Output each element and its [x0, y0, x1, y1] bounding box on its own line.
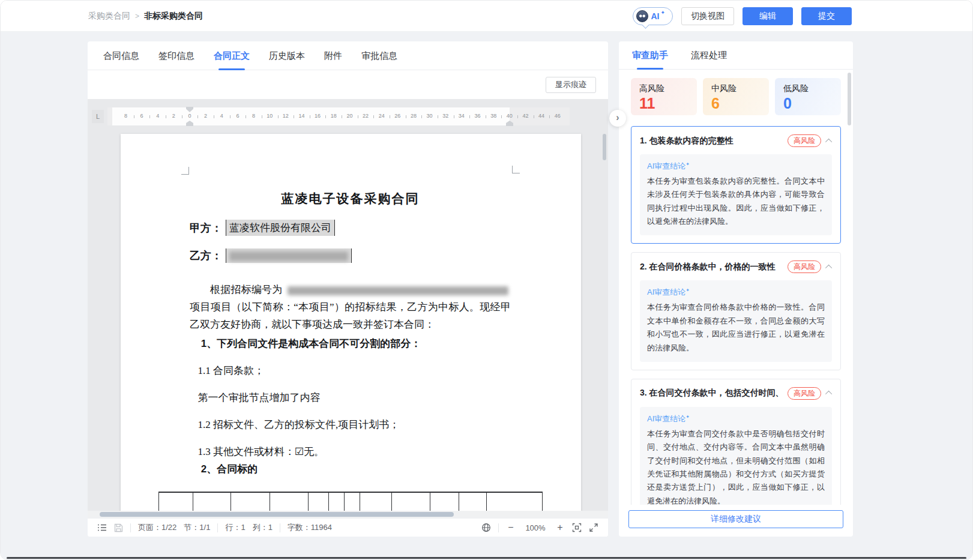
inserted-content-line: 第一个审批节点增加了内容	[190, 389, 511, 406]
party-a-label: 甲方：	[190, 221, 222, 235]
review-item-title: 2. 在合同价格条款中，价格的一致性	[640, 262, 783, 272]
divider	[498, 523, 499, 532]
zoom-in-button[interactable]: +	[555, 522, 565, 533]
tab-contract-body[interactable]: 合同正文	[214, 41, 250, 70]
sidebar-scrollbar-thumb[interactable]	[848, 73, 851, 125]
fullscreen-icon[interactable]	[589, 523, 598, 532]
review-item-2: 2. 在合同价格条款中，价格的一致性 高风险 AI审查结论✦ 本任务为审查合同价…	[631, 252, 841, 370]
review-item-title: 1. 包装条款内容的完整性	[640, 136, 783, 146]
scrollbar-thumb[interactable]	[100, 512, 454, 517]
chevron-up-icon[interactable]	[825, 391, 832, 397]
main-area: 合同信息 签印信息 合同正文 历史版本 附件 审批信息 显示痕迹 L 86420…	[1, 32, 972, 559]
sidebar-tabs: 审查助手 流程处理	[619, 41, 853, 70]
review-item-header[interactable]: 3. 在合同交付条款中，包括交付时间、交... 高风险	[640, 387, 832, 400]
breadcrumb-current: 非标采购类合同	[144, 11, 203, 22]
scrollbar-thumb[interactable]	[603, 134, 606, 160]
divider	[280, 523, 280, 532]
intro-body: 项目项目（以下简称：“本项目”）的招标结果，乙方为中标人。现经甲乙双方友好协商，…	[190, 301, 511, 330]
review-item-header[interactable]: 1. 包装条款内容的完整性 高风险	[640, 134, 832, 147]
tab-contract-body-label: 合同正文	[214, 50, 250, 61]
window-bottom-edge	[7, 557, 966, 559]
chevron-up-icon[interactable]	[825, 138, 832, 145]
clause-line: 1.2 招标文件、乙方的投标文件,项目计划书；	[190, 416, 511, 433]
review-sidebar: 审查助手 流程处理 高风险 11 中风险 6 低风险 0	[619, 41, 853, 537]
language-globe-icon[interactable]	[481, 523, 491, 532]
tab-history-versions[interactable]: 历史版本	[269, 41, 305, 70]
review-item-3: 3. 在合同交付条款中，包括交付时间、交... 高风险 AI审查结论✦ 本任务为…	[631, 379, 841, 505]
line-indicator: 行：1	[225, 522, 245, 533]
risk-badge: 高风险	[788, 134, 821, 147]
tab-process-handling[interactable]: 流程处理	[691, 41, 727, 70]
ai-assistant-button[interactable]: AI ✦	[633, 7, 673, 25]
high-risk-card[interactable]: 高风险 11	[631, 78, 697, 115]
tab-review-assistant[interactable]: 审查助手	[632, 41, 668, 70]
outline-list-icon[interactable]	[97, 523, 107, 532]
section-indicator: 节：1/1	[184, 522, 210, 533]
editor-horizontal-scrollbar[interactable]	[88, 511, 608, 518]
sparkle-icon: ✦	[685, 288, 690, 293]
tab-attachments[interactable]: 附件	[324, 41, 342, 70]
document-tabs: 合同信息 签印信息 合同正文 历史版本 附件 审批信息	[88, 41, 608, 70]
risk-badge: 高风险	[788, 387, 821, 400]
clause-line: 1.3 其他文件或材料：☑无。	[190, 443, 511, 460]
breadcrumb-separator-icon: >	[135, 12, 139, 20]
detail-suggestions-button[interactable]: 详细修改建议	[628, 510, 843, 528]
ai-conclusion-label: AI审查结论	[647, 288, 685, 297]
sparkle-icon: ✦	[660, 10, 665, 16]
breadcrumb: 采购类合同 > 非标采购类合同	[88, 1, 203, 32]
risk-count: 6	[711, 95, 769, 112]
edit-button[interactable]: 编辑	[743, 7, 793, 25]
review-item-header[interactable]: 2. 在合同价格条款中，价格的一致性 高风险	[640, 260, 832, 273]
active-tab-underline	[637, 68, 663, 70]
low-risk-card[interactable]: 低风险 0	[775, 78, 841, 115]
risk-badge: 高风险	[788, 260, 821, 273]
risk-label: 低风险	[783, 83, 841, 94]
page-content: 蓝凌电子设备采购合同 甲方： 蓝凌软件股份有限公司 乙方： 根据招标编号为	[190, 134, 511, 516]
word-count: 字数：11964	[288, 522, 332, 533]
risk-count: 11	[639, 95, 697, 112]
submit-button[interactable]: 提交	[801, 7, 852, 25]
active-tab-underline	[218, 68, 245, 70]
clause-2-heading: 2、合同标的	[190, 460, 511, 478]
fit-page-icon[interactable]	[572, 523, 582, 532]
show-traces-button[interactable]: 显示痕迹	[546, 77, 596, 93]
tab-approval-info[interactable]: 审批信息	[361, 41, 397, 70]
risk-label: 高风险	[639, 83, 697, 94]
ai-conclusion-box: AI审查结论✦ 本任务为审查合同价格条款中价格的一致性。合同文本中单价和金额存在…	[640, 280, 832, 361]
party-a-row: 甲方： 蓝凌软件股份有限公司	[190, 220, 511, 236]
ai-conclusion-box: AI审查结论✦ 本任务为审查合同交付条款中是否明确包括交付时间、交付地点、交付内…	[640, 407, 832, 505]
switch-view-button[interactable]: 切换视图	[681, 7, 734, 25]
ruler: L 86420246810121416182022242628303234363…	[107, 107, 570, 125]
save-icon[interactable]	[114, 523, 123, 532]
editor-vertical-scrollbar[interactable]	[601, 99, 608, 511]
collapse-sidebar-button[interactable]: ›	[609, 110, 626, 127]
ai-conclusion-label: AI审查结论	[647, 414, 685, 423]
document-panel: 合同信息 签印信息 合同正文 历史版本 附件 审批信息 显示痕迹 L 86420…	[88, 41, 608, 537]
tab-stop-selector[interactable]: L	[92, 110, 104, 123]
tab-contract-info[interactable]: 合同信息	[103, 41, 139, 70]
ai-conclusion-box: AI审查结论✦ 本任务为审查包装条款内容的完整性。合同文本中未涉及任何关于包装条…	[640, 154, 832, 235]
contract-title: 蓝凌电子设备采购合同	[190, 190, 511, 207]
text-boundary-corner-icon	[181, 167, 189, 175]
text-boundary-corner-icon	[512, 166, 520, 173]
document-toolbar: 显示痕迹	[88, 70, 608, 99]
medium-risk-card[interactable]: 中风险 6	[703, 78, 769, 115]
zoom-level: 100%	[523, 523, 548, 532]
ai-label: AI	[651, 11, 659, 21]
sidebar-footer: 详细修改建议	[619, 505, 853, 537]
sparkle-icon: ✦	[685, 414, 690, 420]
document-page: 蓝凌电子设备采购合同 甲方： 蓝凌软件股份有限公司 乙方： 根据招标编号为	[121, 134, 581, 518]
intro-prefix: 根据招标编号为	[210, 284, 283, 295]
party-a-value: 蓝凌软件股份有限公司	[226, 220, 335, 236]
tab-review-assistant-label: 审查助手	[632, 50, 668, 60]
contract-intro-paragraph: 根据招标编号为 项目项目（以下简称：“本项目”）的招标结果，乙方为中标人。现经甲…	[190, 281, 511, 333]
sparkle-icon: ✦	[685, 161, 690, 167]
tab-seal-info[interactable]: 签印信息	[158, 41, 194, 70]
redacted-text	[288, 286, 508, 295]
chevron-up-icon[interactable]	[825, 265, 832, 271]
risk-label: 中风险	[711, 83, 769, 94]
zoom-out-button[interactable]: −	[506, 522, 516, 533]
breadcrumb-parent[interactable]: 采购类合同	[88, 11, 130, 22]
party-b-label: 乙方：	[190, 248, 222, 263]
review-item-title: 3. 在合同交付条款中，包括交付时间、交...	[640, 388, 783, 399]
